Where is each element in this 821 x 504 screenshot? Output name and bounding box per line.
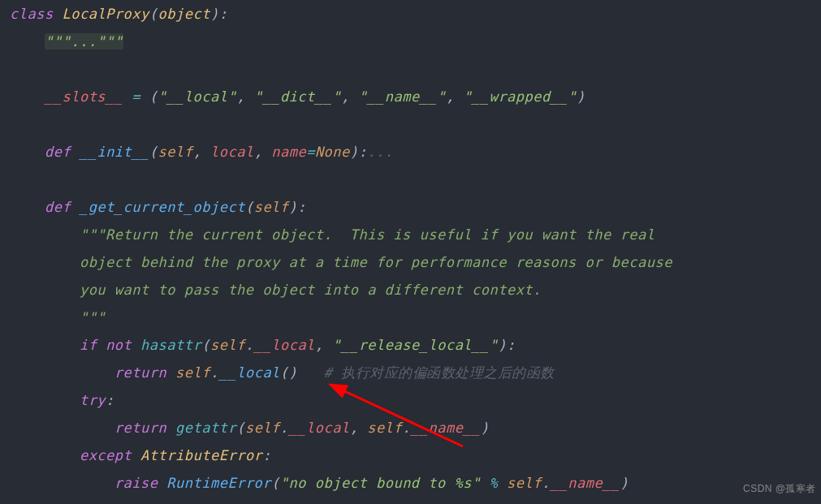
code-line: try: xyxy=(10,386,821,414)
code-editor: class LocalProxy(object): """...""" __sl… xyxy=(0,0,821,497)
watermark: CSDN @孤寒者 xyxy=(743,475,816,502)
code-line: if not hasattr(self.__local, "__release_… xyxy=(10,331,821,359)
code-line: you want to pass the object into a diffe… xyxy=(10,276,821,304)
code-line xyxy=(10,110,821,138)
code-line: except AttributeError: xyxy=(10,442,821,469)
fold-marker[interactable]: ... xyxy=(367,144,393,160)
code-line xyxy=(10,166,821,193)
code-line: """Return the current object. This is us… xyxy=(10,221,821,248)
code-line: object behind the proxy at a time for pe… xyxy=(10,248,821,276)
code-line: return self.__local() # 执行对应的偏函数处理之后的函数 xyxy=(10,359,821,386)
code-line: def _get_current_object(self): xyxy=(10,193,821,221)
code-line: return getattr(self.__local, self.__name… xyxy=(10,414,821,442)
code-line: def __init__(self, local, name=None):... xyxy=(10,138,821,166)
code-line: class LocalProxy(object): xyxy=(10,0,821,28)
code-line xyxy=(10,55,821,83)
code-line: """ xyxy=(10,304,821,331)
code-line: __slots__ = ("__local", "__dict__", "__n… xyxy=(10,83,821,110)
code-line: """...""" xyxy=(10,28,821,55)
code-line: raise RuntimeError("no object bound to %… xyxy=(10,469,821,497)
